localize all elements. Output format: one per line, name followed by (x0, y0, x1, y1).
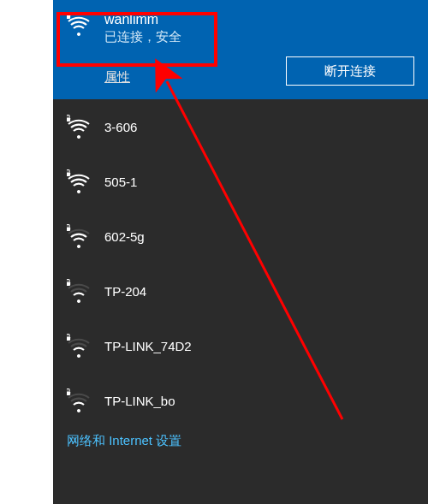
svg-rect-6 (67, 392, 70, 395)
network-item[interactable]: TP-LINK_bo (53, 373, 428, 428)
wifi-flyout-panel: wanlimm 已连接，安全 属性 断开连接 3-606505-1602-5gT… (53, 0, 428, 504)
network-properties-link[interactable]: 属性 (104, 69, 130, 86)
connected-network-row: wanlimm 已连接，安全 (67, 12, 414, 45)
network-name: TP-204 (104, 284, 146, 299)
network-item[interactable]: 602-5g (53, 209, 428, 264)
wifi-secured-icon (67, 169, 91, 193)
network-item[interactable]: 3-606 (53, 99, 428, 154)
connected-network-info: wanlimm 已连接，安全 (104, 12, 414, 45)
svg-rect-1 (67, 118, 70, 122)
disconnect-button[interactable]: 断开连接 (286, 56, 414, 86)
svg-rect-2 (67, 173, 70, 176)
wifi-secured-icon (67, 12, 91, 36)
connected-network-name: wanlimm (104, 12, 414, 27)
svg-rect-0 (67, 15, 70, 19)
connected-network-status: 已连接，安全 (104, 29, 414, 45)
connected-network-section[interactable]: wanlimm 已连接，安全 属性 断开连接 (53, 0, 428, 99)
svg-rect-3 (67, 228, 70, 231)
wifi-secured-icon (67, 388, 91, 412)
network-name: 3-606 (104, 120, 137, 134)
network-settings-link[interactable]: 网络和 Internet 设置 (53, 428, 428, 453)
network-item[interactable]: TP-LINK_74D2 (53, 318, 428, 373)
network-name: TP-LINK_74D2 (104, 339, 192, 353)
network-name: 602-5g (104, 229, 145, 244)
network-name: TP-LINK_bo (104, 394, 175, 408)
svg-rect-5 (67, 337, 70, 341)
wifi-secured-icon (67, 224, 91, 248)
wifi-secured-icon (67, 334, 91, 358)
svg-rect-4 (67, 282, 70, 286)
available-networks-list: 3-606505-1602-5gTP-204TP-LINK_74D2TP-LIN… (53, 99, 428, 428)
network-item[interactable]: 505-1 (53, 154, 428, 209)
wifi-secured-icon (67, 279, 91, 303)
network-name: 505-1 (104, 175, 137, 189)
wifi-secured-icon (67, 115, 91, 139)
network-item[interactable]: TP-204 (53, 264, 428, 318)
